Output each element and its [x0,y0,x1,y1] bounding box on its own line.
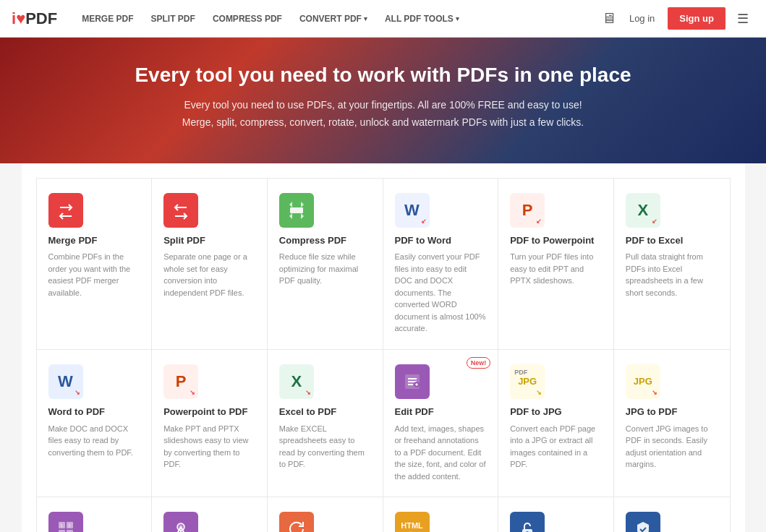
tool-icon-pdf-ppt: P↙ [510,193,545,228]
tool-name-merge-pdf: Merge PDF [48,235,140,247]
tool-desc-excel-pdf: Make EXCEL spreadsheets easy to read by … [279,423,371,471]
all-tools-arrow: ▾ [456,15,459,22]
tool-name-jpg-pdf: JPG to PDF [626,406,718,419]
tool-icon-page-numbers: 1234 [48,512,83,532]
tool-name-pdf-word: PDF to Word [395,235,487,247]
tool-name-pdf-excel: PDF to Excel [626,235,718,247]
tool-name-compress-pdf: Compress PDF [279,235,371,247]
logo-pdf: PDF [25,9,57,28]
tool-desc-split-pdf: Separate one page or a whole set for eas… [163,251,255,299]
tool-desc-pdf-ppt: Turn your PDF files into easy to edit PP… [510,251,602,287]
tool-card-pdf-ppt[interactable]: P↙PDF to PowerpointTurn your PDF files i… [498,179,614,350]
svg-rect-0 [290,207,303,213]
hamburger-menu[interactable]: ☰ [731,8,754,30]
navigation: i♥PDF MERGE PDF SPLIT PDF COMPRESS PDF C… [0,0,766,38]
nav-convert-pdf[interactable]: CONVERT PDF ▾ [292,9,375,28]
tools-container: Merge PDFCombine PDFs in the order you w… [22,163,745,532]
tool-icon-pdf-jpg: JPGPDF↘ [510,364,545,399]
nav-links: MERGE PDF SPLIT PDF COMPRESS PDF CONVERT… [75,9,602,28]
tool-icon-ppt-pdf: P↘ [163,364,198,399]
tool-name-ppt-pdf: Powerpoint to PDF [163,406,255,419]
tool-desc-merge-pdf: Combine PDFs in the order you want with … [48,251,140,299]
tool-card-watermark[interactable]: WatermarkStamp an image or text over you… [152,497,268,532]
nav-merge-pdf[interactable]: MERGE PDF [75,9,140,28]
tool-icon-unlock-pdf [510,512,545,532]
tool-icon-rotate-pdf [279,512,314,532]
tool-desc-ppt-pdf: Make PPT and PPTX slideshows easy to vie… [163,423,255,471]
tool-card-pdf-excel[interactable]: X↙PDF to ExcelPull data straight from PD… [614,179,730,350]
convert-arrow: ▾ [364,15,367,22]
tool-icon-jpg-pdf: JPG↘ [626,364,660,399]
tool-desc-edit-pdf: Add text, images, shapes or freehand ann… [395,423,487,483]
tool-icon-pdf-word: W↙ [395,193,430,228]
tool-desc-pdf-excel: Pull data straight from PDFs into Excel … [626,251,718,299]
monitor-icon[interactable]: 🖥 [602,10,616,27]
tool-desc-word-pdf: Make DOC and DOCX files easy to read by … [48,423,140,459]
tool-card-page-numbers[interactable]: 1234Page numbersAdd page numbers into PD… [37,497,153,532]
logo[interactable]: i♥PDF [12,9,57,28]
tool-icon-pdf-excel: X↙ [626,193,660,228]
tool-icon-compress-pdf [279,193,314,228]
tool-desc-pdf-jpg: Convert each PDF page into a JPG or extr… [510,423,602,471]
tool-icon-word-pdf: W↘ [48,364,83,399]
tool-card-excel-pdf[interactable]: X↘Excel to PDFMake EXCEL spreadsheets ea… [268,350,383,497]
tool-name-split-pdf: Split PDF [163,235,255,247]
tool-card-compress-pdf[interactable]: Compress PDFReduce file size while optim… [268,179,383,350]
tool-desc-compress-pdf: Reduce file size while optimizing for ma… [279,251,371,287]
tool-card-split-pdf[interactable]: Split PDFSeparate one page or a whole se… [152,179,268,350]
tool-card-merge-pdf[interactable]: Merge PDFCombine PDFs in the order you w… [37,179,153,350]
new-badge: New! [467,357,491,369]
tool-icon-split-pdf [163,193,198,228]
tool-name-edit-pdf: Edit PDF [395,406,487,419]
tool-card-pdf-word[interactable]: W↙PDF to WordEasily convert your PDF fil… [383,179,499,350]
tool-desc-jpg-pdf: Convert JPG images to PDF in seconds. Ea… [626,423,718,471]
tool-icon-merge-pdf [48,193,83,228]
tool-card-pdf-jpg[interactable]: JPGPDF↘PDF to JPGConvert each PDF page i… [498,350,614,497]
tool-icon-protect-pdf [626,512,660,532]
tools-grid: Merge PDFCombine PDFs in the order you w… [36,178,731,532]
hero-title: Every tool you need to work with PDFs in… [14,64,752,87]
tool-icon-excel-pdf: X↘ [279,364,314,399]
nav-compress-pdf[interactable]: COMPRESS PDF [205,9,289,28]
tool-icon-edit-pdf [395,364,430,399]
nav-all-tools[interactable]: ALL PDF TOOLS ▾ [378,9,467,28]
tool-name-excel-pdf: Excel to PDF [279,406,371,419]
tool-desc-pdf-word: Easily convert your PDF files into easy … [395,251,487,335]
tool-card-word-pdf[interactable]: W↘Word to PDFMake DOC and DOCX files eas… [37,350,153,497]
tool-card-rotate-pdf[interactable]: Rotate PDFRotate your PDFs the way you n… [268,497,383,532]
signup-button[interactable]: Sign up [668,7,725,30]
tool-card-jpg-pdf[interactable]: JPG↘JPG to PDFConvert JPG images to PDF … [614,350,730,497]
hero-subtitle: Every tool you need to use PDFs, at your… [174,97,593,132]
nav-split-pdf[interactable]: SPLIT PDF [144,9,203,28]
login-button[interactable]: Log in [622,9,662,28]
tool-name-pdf-jpg: PDF to JPG [510,406,602,419]
tool-icon-watermark [163,512,198,532]
tool-card-edit-pdf[interactable]: New!Edit PDFAdd text, images, shapes or … [383,350,499,497]
tool-card-ppt-pdf[interactable]: P↘Powerpoint to PDFMake PPT and PPTX sli… [152,350,268,497]
tool-card-unlock-pdf[interactable]: Unlock PDFRemove PDF password security, … [498,497,614,532]
hero-section: Every tool you need to work with PDFs in… [0,38,766,163]
tool-card-protect-pdf[interactable]: Protect PDFProtect PDF files with a pass… [614,497,730,532]
tool-name-pdf-ppt: PDF to Powerpoint [510,235,602,247]
tool-icon-html-pdf: HTML↘ [395,512,430,532]
nav-right: 🖥 Log in Sign up ☰ [602,7,754,30]
logo-heart: ♥ [16,9,25,28]
tool-card-html-pdf[interactable]: HTML↘HTML to PDFConvert webpages in HTML… [383,497,499,532]
tool-name-word-pdf: Word to PDF [48,406,140,419]
